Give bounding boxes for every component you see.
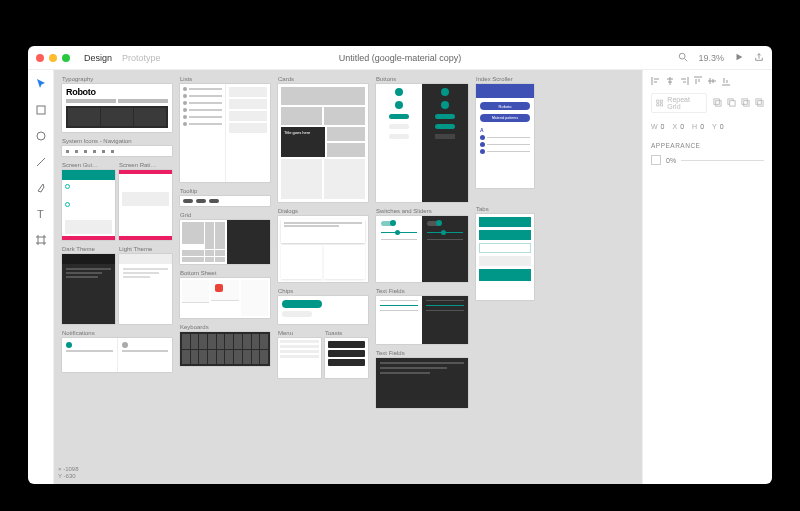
- tab-design[interactable]: Design: [84, 53, 112, 63]
- artboard-buttons[interactable]: [376, 84, 468, 202]
- artboard-tooltip[interactable]: [180, 196, 270, 206]
- artboard-label[interactable]: Grid: [180, 212, 270, 218]
- width-field[interactable]: 0: [661, 123, 665, 130]
- artboard-system-icons[interactable]: [62, 146, 172, 156]
- ellipse-tool[interactable]: [35, 130, 47, 142]
- artboard-text-fields[interactable]: [376, 296, 468, 344]
- artboard-label[interactable]: Dark Theme: [62, 246, 115, 252]
- artboard-label[interactable]: Text Fields: [376, 288, 468, 294]
- app-body: T Typography Roboto: [28, 70, 772, 484]
- align-center-h-icon[interactable]: [665, 76, 675, 87]
- minimize-window-button[interactable]: [49, 54, 57, 62]
- artboard-label[interactable]: Screen Rati…: [119, 162, 172, 168]
- opacity-control[interactable]: 0%: [651, 155, 764, 165]
- line-tool[interactable]: [35, 156, 47, 168]
- artboard-typography[interactable]: Roboto: [62, 84, 172, 132]
- artboard-lists[interactable]: [180, 84, 270, 182]
- svg-rect-6: [657, 100, 659, 102]
- artboard-label[interactable]: Index Scroller: [476, 76, 534, 82]
- artboard-cards[interactable]: Title goes here: [278, 84, 368, 202]
- boolean-add-icon[interactable]: [713, 98, 722, 108]
- close-window-button[interactable]: [36, 54, 44, 62]
- zoom-level[interactable]: 19.3%: [698, 53, 724, 63]
- titlebar: Design Prototype Untitled (google-materi…: [28, 46, 772, 70]
- artboard-dialogs[interactable]: [278, 216, 368, 282]
- opacity-swatch[interactable]: [651, 155, 661, 165]
- artboard-label[interactable]: Tooltip: [180, 188, 270, 194]
- align-top-icon[interactable]: [693, 76, 703, 87]
- artboard-label[interactable]: Light Theme: [119, 246, 172, 252]
- x-field[interactable]: 0: [680, 123, 684, 130]
- opacity-value[interactable]: 0%: [666, 157, 676, 164]
- artboard-label[interactable]: Screen Gui…: [62, 162, 115, 168]
- tab-prototype[interactable]: Prototype: [122, 53, 161, 63]
- artboard-label[interactable]: Notifications: [62, 330, 172, 336]
- artboard-screen-guide[interactable]: [62, 170, 115, 240]
- artboard-label[interactable]: Typography: [62, 76, 172, 82]
- align-right-icon[interactable]: [679, 76, 689, 87]
- share-icon[interactable]: [754, 52, 764, 64]
- select-tool[interactable]: [35, 78, 47, 90]
- svg-line-1: [685, 58, 688, 61]
- svg-rect-10: [714, 99, 719, 104]
- svg-rect-13: [730, 101, 735, 106]
- zoom-icon[interactable]: [678, 52, 688, 64]
- boolean-exclude-icon[interactable]: [755, 98, 764, 108]
- align-left-icon[interactable]: [651, 76, 661, 87]
- artboard-tabs[interactable]: [476, 214, 534, 300]
- window-controls: [36, 54, 70, 62]
- artboard-label[interactable]: Dialogs: [278, 208, 368, 214]
- artboard-label[interactable]: Buttons: [376, 76, 468, 82]
- artboard-label[interactable]: System Icons - Navigation: [62, 138, 172, 144]
- play-icon[interactable]: [734, 52, 744, 64]
- artboard-dark-theme[interactable]: [62, 254, 115, 324]
- artboard-text-fields-2[interactable]: [376, 358, 468, 408]
- svg-rect-9: [660, 104, 662, 106]
- artboard-bottom-sheet[interactable]: [180, 278, 270, 318]
- artboard-label[interactable]: Toasts: [325, 330, 368, 336]
- artboard-label[interactable]: Tabs: [476, 206, 534, 212]
- artboard-index-scroller[interactable]: Roboto Material patterns A: [476, 84, 534, 188]
- artboard-menu[interactable]: [278, 338, 321, 378]
- svg-text:T: T: [37, 208, 44, 220]
- artboard-label[interactable]: Chips: [278, 288, 368, 294]
- svg-rect-7: [660, 100, 662, 102]
- repeat-grid-button[interactable]: Repeat Grid: [651, 93, 707, 113]
- titlebar-right: 19.3%: [678, 52, 764, 64]
- svg-rect-14: [742, 99, 747, 104]
- artboard-label[interactable]: Switches and Sliders: [376, 208, 468, 214]
- tool-strip: T: [28, 70, 54, 484]
- maximize-window-button[interactable]: [62, 54, 70, 62]
- artboard-light-theme[interactable]: [119, 254, 172, 324]
- artboard-toasts[interactable]: [325, 338, 368, 378]
- canvas[interactable]: Typography Roboto System Icons - Navigat…: [54, 70, 642, 484]
- artboard-grid[interactable]: [180, 220, 270, 264]
- artboard-label[interactable]: Cards: [278, 76, 368, 82]
- svg-line-4: [37, 158, 45, 166]
- boolean-intersect-icon[interactable]: [741, 98, 750, 108]
- artboard-label[interactable]: Bottom Sheet: [180, 270, 270, 276]
- roboto-heading: Roboto: [66, 87, 168, 97]
- canvas-content: Typography Roboto System Icons - Navigat…: [62, 76, 634, 478]
- appearance-heading: APPEARANCE: [651, 142, 764, 149]
- height-field[interactable]: 0: [700, 123, 704, 130]
- text-tool[interactable]: T: [35, 208, 47, 220]
- align-bottom-icon[interactable]: [721, 76, 731, 87]
- artboard-screen-ratio[interactable]: [119, 170, 172, 240]
- artboard-chips[interactable]: [278, 296, 368, 324]
- artboard-label[interactable]: Lists: [180, 76, 270, 82]
- artboard-label[interactable]: Keyboards: [180, 324, 270, 330]
- pen-tool[interactable]: [35, 182, 47, 194]
- artboard-notifications[interactable]: [62, 338, 172, 372]
- dimension-fields: W0 X0 H0 Y0: [651, 123, 764, 130]
- align-center-v-icon[interactable]: [707, 76, 717, 87]
- artboard-label[interactable]: Menu: [278, 330, 321, 336]
- y-field[interactable]: 0: [720, 123, 724, 130]
- boolean-subtract-icon[interactable]: [727, 98, 736, 108]
- artboard-tool[interactable]: [35, 234, 47, 246]
- artboard-keyboards[interactable]: [180, 332, 270, 366]
- artboard-switches[interactable]: [376, 216, 468, 282]
- opacity-slider[interactable]: [681, 160, 764, 161]
- artboard-label[interactable]: Text Fields: [376, 350, 468, 356]
- rectangle-tool[interactable]: [35, 104, 47, 116]
